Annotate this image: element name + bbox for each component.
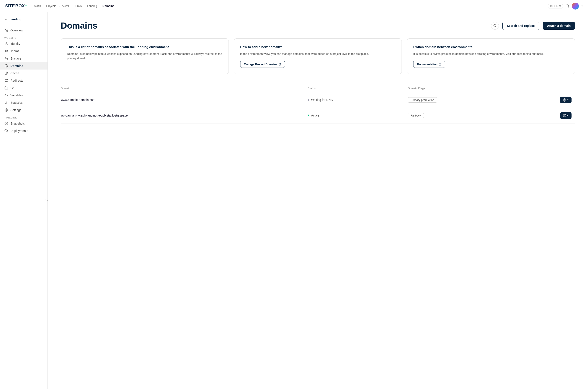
lock-icon: [4, 57, 8, 60]
deploy-icon: [4, 129, 8, 132]
sidebar-back-label: Landing: [9, 18, 21, 21]
info-card-how-to-add-heading: How to add a new domain?: [240, 45, 396, 49]
table-header-row: Domain Status Domain Flags: [61, 84, 575, 92]
sidebar-item-cache[interactable]: Cache: [0, 69, 47, 77]
flag-badge-1: Fallback: [408, 113, 424, 118]
svg-point-14: [6, 123, 6, 124]
sidebar-item-domains[interactable]: Domains: [0, 62, 47, 69]
status-cell-0: Waiting for DNS: [308, 98, 404, 101]
sidebar-item-variables[interactable]: Variables: [0, 92, 47, 99]
sidebar-item-settings-label: Settings: [10, 108, 21, 112]
logo[interactable]: SITEBOX™: [5, 3, 27, 8]
svg-point-12: [6, 110, 7, 110]
sidebar-item-redirects-label: Redirects: [10, 79, 23, 82]
logo-site: SITE: [5, 3, 15, 8]
kbd-plus: +: [553, 4, 555, 8]
documentation-label: Documentation: [417, 63, 438, 66]
col-status: Status: [308, 84, 408, 92]
breadcrumb-acme[interactable]: ACME: [62, 4, 70, 8]
breadcrumb-sep-5: →: [98, 4, 101, 8]
logo-box: BOX: [15, 3, 25, 8]
info-card-list-body: Domains listed below point to a website …: [67, 52, 222, 61]
sidebar-item-settings[interactable]: Settings: [0, 106, 47, 114]
breadcrumb-current: Domains: [103, 4, 114, 8]
row-settings-button-1[interactable]: ▾: [560, 112, 572, 119]
topnav-right: ⌘ + K or ▾: [548, 2, 583, 9]
sidebar-item-snapshots[interactable]: Snapshots: [0, 120, 47, 127]
row-chevron-icon-1: ▾: [567, 114, 568, 117]
table-row: wp-damian-n-cach-landing-xeupb.statik-st…: [61, 108, 575, 123]
domain-name-1: wp-damian-n-cach-landing-xeupb.statik-st…: [61, 114, 128, 117]
manage-project-domains-button[interactable]: Manage Project Domains: [240, 61, 285, 68]
breadcrumb-sep-3: →: [71, 4, 74, 8]
main-content: Domains Search and replace Attach a doma…: [48, 12, 588, 389]
user-avatar[interactable]: [572, 2, 579, 9]
settings-icon-1: [563, 114, 566, 117]
breadcrumb-statik[interactable]: statik: [34, 4, 41, 8]
sidebar-item-snapshots-label: Snapshots: [10, 122, 25, 125]
topnav: SITEBOX™ statik → Projects → ACME → Envs…: [0, 0, 588, 12]
sidebar-collapse-button[interactable]: ‹: [45, 198, 48, 203]
topnav-search-button[interactable]: [565, 4, 569, 8]
page-actions: Search and replace Attach a domain: [491, 22, 575, 30]
sidebar-item-variables-label: Variables: [10, 94, 23, 97]
col-domain: Domain: [61, 84, 308, 92]
sidebar-item-teams[interactable]: Teams: [0, 47, 47, 55]
status-text-1: Active: [311, 114, 319, 117]
search-button[interactable]: [491, 22, 499, 30]
svg-point-20: [564, 99, 565, 100]
layout: ← Landing Overview WEBSITE Identity Team…: [0, 12, 588, 389]
clock-icon: [4, 71, 8, 75]
sidebar-item-git[interactable]: Git: [0, 84, 47, 92]
sidebar-item-enclave-label: Enclave: [10, 57, 21, 60]
sidebar-section-timeline: TIMELINE: [0, 114, 47, 120]
row-settings-button-0[interactable]: ▾: [560, 97, 572, 103]
breadcrumb-sep-1: →: [42, 4, 45, 8]
documentation-button[interactable]: Documentation: [413, 61, 445, 68]
avatar-chevron-icon[interactable]: ▾: [582, 4, 583, 8]
sidebar-item-statistics[interactable]: Statistics: [0, 99, 47, 106]
sidebar-back-button[interactable]: ← Landing: [0, 16, 47, 25]
sidebar-item-redirects[interactable]: Redirects: [0, 77, 47, 84]
topnav-left: SITEBOX™ statik → Projects → ACME → Envs…: [5, 3, 114, 8]
table-row: www.sample-domain.com Waiting for DNS Pr…: [61, 92, 575, 108]
svg-point-16: [494, 25, 496, 27]
svg-point-4: [7, 50, 7, 51]
breadcrumb-projects[interactable]: Projects: [46, 4, 56, 8]
sidebar-item-overview-label: Overview: [10, 29, 23, 32]
sidebar-item-statistics-label: Statistics: [10, 101, 23, 104]
svg-point-3: [5, 50, 6, 51]
globe-icon: [4, 64, 8, 67]
col-actions: [522, 84, 575, 92]
sidebar-item-cache-label: Cache: [10, 71, 19, 75]
attach-domain-button[interactable]: Attach a domain: [543, 22, 575, 30]
page-header: Domains Search and replace Attach a doma…: [61, 21, 575, 31]
row-actions-0: ▾: [522, 97, 572, 103]
status-dot-0: [308, 99, 309, 101]
svg-rect-5: [5, 58, 8, 60]
breadcrumb-envs[interactable]: Envs: [75, 4, 82, 8]
sidebar-section-website: WEBSITE: [0, 34, 47, 40]
chart-icon: [4, 101, 8, 104]
sidebar-item-identity[interactable]: Identity: [0, 40, 47, 47]
breadcrumb-sep-2: →: [58, 4, 61, 8]
external-link-icon: [279, 63, 281, 66]
manage-project-domains-label: Manage Project Domains: [244, 63, 278, 66]
search-and-replace-button[interactable]: Search and replace: [502, 22, 539, 30]
sidebar-item-deployments[interactable]: Deployments: [0, 127, 47, 134]
sidebar: ← Landing Overview WEBSITE Identity Team…: [0, 12, 48, 389]
gear-icon: [4, 108, 8, 112]
kbd-key: K: [556, 4, 558, 8]
back-arrow-icon: ←: [4, 17, 8, 21]
home-icon: [4, 29, 8, 32]
documentation-external-icon: [439, 63, 441, 66]
sidebar-item-overview[interactable]: Overview: [0, 27, 47, 34]
sidebar-item-enclave[interactable]: Enclave: [0, 55, 47, 62]
domain-name-0: www.sample-domain.com: [61, 98, 95, 101]
page-title: Domains: [61, 21, 97, 31]
breadcrumb-landing[interactable]: Landing: [87, 4, 97, 8]
settings-icon-0: [563, 98, 566, 101]
people-icon: [4, 49, 8, 53]
code-icon: [4, 94, 8, 97]
svg-line-17: [496, 27, 496, 27]
